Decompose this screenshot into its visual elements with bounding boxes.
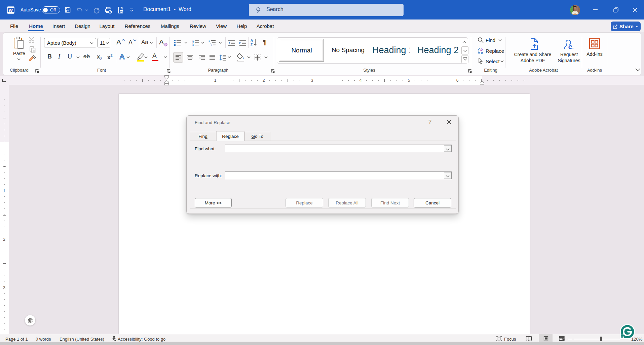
svg-text:A: A bbox=[251, 39, 253, 42]
svg-text:3: 3 bbox=[192, 44, 194, 46]
svg-text:x: x bbox=[568, 45, 570, 48]
svg-text:W: W bbox=[9, 8, 13, 13]
svg-text:i: i bbox=[211, 44, 212, 46]
svg-text:Z: Z bbox=[251, 43, 253, 47]
svg-text:c: c bbox=[481, 51, 483, 55]
svg-text:1: 1 bbox=[192, 40, 194, 42]
